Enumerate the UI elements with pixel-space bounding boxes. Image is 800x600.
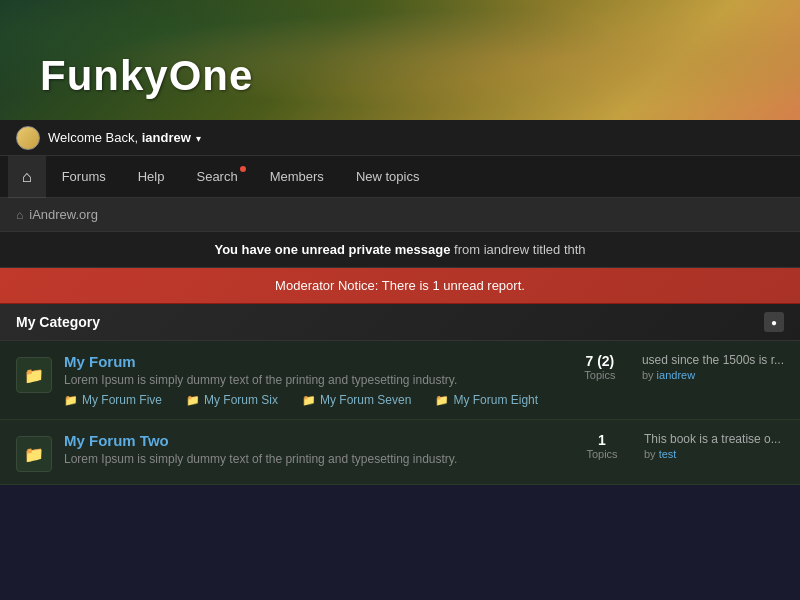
forum-desc: Lorem Ipsum is simply dummy text of the …: [64, 452, 560, 466]
nav-item-forums[interactable]: Forums: [46, 156, 122, 198]
folder-icon: 📁: [24, 445, 44, 464]
forum-topics-label: Topics: [572, 448, 632, 460]
last-post-text: used since the 1500s is r...: [642, 353, 784, 367]
sub-forum-item[interactable]: 📁 My Forum Five: [64, 393, 162, 407]
last-post-author-link[interactable]: iandrew: [657, 369, 696, 381]
sub-folder-icon: 📁: [302, 394, 316, 407]
user-dropdown-arrow[interactable]: ▾: [196, 133, 201, 144]
forum-last-post: This book is a treatise o... by test: [644, 432, 784, 460]
forum-info: My Forum Two Lorem Ipsum is simply dummy…: [64, 432, 560, 472]
sub-folder-icon: 📁: [64, 394, 78, 407]
forum-info: My Forum Lorem Ipsum is simply dummy tex…: [64, 353, 558, 407]
user-bar: Welcome Back, iandrew ▾: [0, 120, 800, 156]
nav-item-members[interactable]: Members: [254, 156, 340, 198]
forum-last-post: used since the 1500s is r... by iandrew: [642, 353, 784, 381]
site-title: FunkyOne: [40, 52, 253, 100]
sub-forum-item[interactable]: 📁 My Forum Eight: [435, 393, 538, 407]
forum-stats: 1 Topics: [572, 432, 632, 460]
forum-name[interactable]: My Forum: [64, 353, 558, 370]
category-title: My Category: [16, 314, 100, 330]
forum-row: 📁 My Forum Two Lorem Ipsum is simply dum…: [0, 420, 800, 485]
pm-suffix: from iandrew titled thth: [454, 242, 586, 257]
last-post-text: This book is a treatise o...: [644, 432, 784, 446]
home-icon: ⌂: [22, 168, 32, 186]
breadcrumb-text: iAndrew.org: [29, 207, 98, 222]
avatar: [16, 126, 40, 150]
folder-icon: 📁: [24, 366, 44, 385]
pm-link[interactable]: You have one unread private message: [214, 242, 450, 257]
private-message-notice: You have one unread private message from…: [0, 232, 800, 268]
forum-stats: 7 (2) Topics: [570, 353, 630, 381]
breadcrumb: ⌂ iAndrew.org: [0, 198, 800, 232]
sub-forum-item[interactable]: 📁 My Forum Seven: [302, 393, 411, 407]
breadcrumb-home-icon: ⌂: [16, 208, 23, 222]
user-welcome: Welcome Back, iandrew ▾: [48, 130, 201, 145]
nav-item-new-topics[interactable]: New topics: [340, 156, 436, 198]
sub-folder-icon: 📁: [186, 394, 200, 407]
search-notification-dot: [240, 166, 246, 172]
forum-name[interactable]: My Forum Two: [64, 432, 560, 449]
last-post-author-link[interactable]: test: [659, 448, 677, 460]
nav-home-button[interactable]: ⌂: [8, 156, 46, 198]
category-toggle-button[interactable]: ●: [764, 312, 784, 332]
forum-icon: 📁: [16, 436, 52, 472]
last-post-by: by test: [644, 448, 784, 460]
forum-desc: Lorem Ipsum is simply dummy text of the …: [64, 373, 558, 387]
sub-forum-item[interactable]: 📁 My Forum Six: [186, 393, 278, 407]
moderator-notice: Moderator Notice: There is 1 unread repo…: [0, 268, 800, 304]
sub-folder-icon: 📁: [435, 394, 449, 407]
category-header: My Category ●: [0, 304, 800, 341]
forum-topics-count: 7 (2): [570, 353, 630, 369]
forum-topics-count: 1: [572, 432, 632, 448]
forum-topics-label: Topics: [570, 369, 630, 381]
sub-forums: 📁 My Forum Five 📁 My Forum Six 📁 My Foru…: [64, 393, 558, 407]
nav-item-help[interactable]: Help: [122, 156, 181, 198]
last-post-by: by iandrew: [642, 369, 784, 381]
forum-icon: 📁: [16, 357, 52, 393]
nav-item-search[interactable]: Search: [180, 156, 253, 198]
content-area: My Category ● 📁 My Forum Lorem Ipsum is …: [0, 304, 800, 485]
forum-row: 📁 My Forum Lorem Ipsum is simply dummy t…: [0, 341, 800, 420]
hero-header: FunkyOne: [0, 0, 800, 120]
nav-bar: ⌂ Forums Help Search Members New topics: [0, 156, 800, 198]
